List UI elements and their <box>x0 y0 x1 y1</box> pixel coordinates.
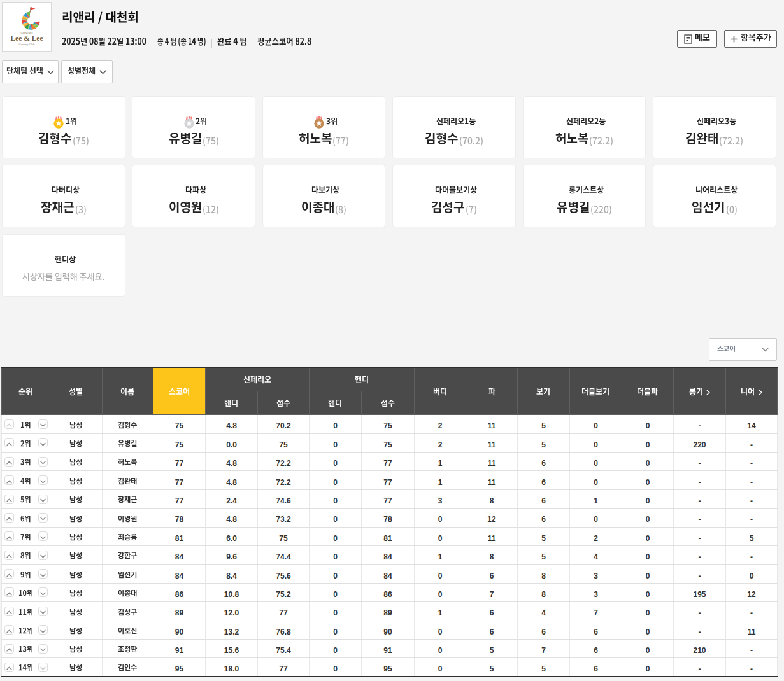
svg-text:Lee & Lee: Lee & Lee <box>10 34 43 42</box>
svg-text:Country Club: Country Club <box>18 43 35 46</box>
